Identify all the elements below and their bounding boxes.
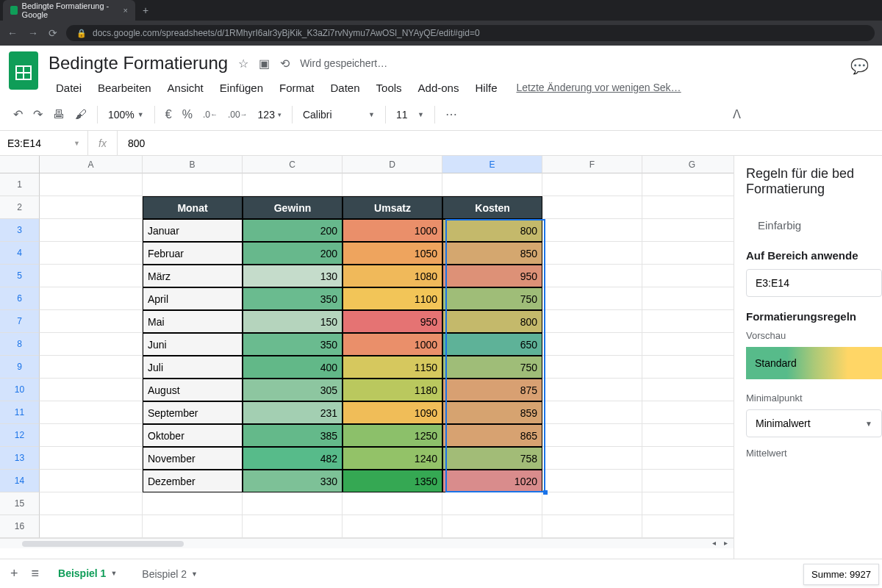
menu-addons[interactable]: Add-ons: [411, 79, 467, 97]
cell-F6[interactable]: [542, 287, 642, 310]
cell-D4[interactable]: 1050: [343, 242, 442, 265]
cell-F7[interactable]: [542, 310, 642, 333]
cell-A7[interactable]: [40, 310, 143, 333]
cell-C12[interactable]: 385: [243, 424, 343, 447]
cell-B14[interactable]: Dezember: [143, 470, 243, 492]
cell-A12[interactable]: [40, 424, 143, 447]
cell-A15[interactable]: [40, 492, 143, 515]
cell-E6[interactable]: 750: [442, 287, 542, 310]
cell-E12[interactable]: 865: [442, 424, 542, 447]
cell-D7[interactable]: 950: [343, 310, 442, 333]
cell-F14[interactable]: [542, 470, 642, 492]
cell-A3[interactable]: [40, 219, 143, 242]
cell-C16[interactable]: [243, 515, 343, 538]
row-head-9[interactable]: 9: [0, 356, 40, 379]
cell-F11[interactable]: [542, 401, 642, 424]
cell-E1[interactable]: [442, 173, 542, 196]
preview-gradient[interactable]: Standard: [746, 347, 882, 379]
row-head-5[interactable]: 5: [0, 265, 40, 287]
cell-B1[interactable]: [143, 173, 243, 196]
add-sheet-button[interactable]: +: [6, 562, 23, 586]
new-tab-button[interactable]: +: [143, 4, 148, 16]
cell-E13[interactable]: 758: [442, 447, 542, 470]
cell-D11[interactable]: 1090: [343, 401, 442, 424]
font-size-select[interactable]: 11▼: [392, 106, 429, 123]
address-bar[interactable]: 🔒 docs.google.com/spreadsheets/d/1RMhyrI…: [66, 25, 875, 41]
cell-F16[interactable]: [542, 515, 642, 538]
cell-B8[interactable]: Juni: [143, 333, 243, 356]
cell-E2[interactable]: Kosten: [442, 196, 542, 219]
doc-title[interactable]: Bedingte Formatierung: [49, 53, 228, 74]
cell-F1[interactable]: [542, 173, 642, 196]
row-head-6[interactable]: 6: [0, 287, 40, 310]
font-select[interactable]: Calibri▼: [298, 106, 379, 123]
cell-E14[interactable]: 1020: [442, 470, 542, 492]
cell-F13[interactable]: [542, 447, 642, 470]
cell-B2[interactable]: Monat: [143, 196, 243, 219]
cell-F2[interactable]: [542, 196, 642, 219]
star-icon[interactable]: ☆: [238, 57, 248, 71]
single-color-tab[interactable]: Einfarbig: [746, 212, 882, 239]
col-head-E[interactable]: E: [442, 156, 542, 173]
cell-A11[interactable]: [40, 401, 143, 424]
cell-D9[interactable]: 1150: [343, 356, 442, 379]
cell-A5[interactable]: [40, 265, 143, 287]
undo-icon[interactable]: ↶: [9, 104, 27, 124]
horizontal-scrollbar[interactable]: ◂ ▸: [0, 538, 734, 548]
cell-B7[interactable]: Mai: [143, 310, 243, 333]
cell-B5[interactable]: März: [143, 265, 243, 287]
cell-D10[interactable]: 1180: [343, 379, 442, 401]
cell-G3[interactable]: [642, 219, 734, 242]
status-sum[interactable]: Summe: 9927: [803, 564, 879, 585]
cell-A16[interactable]: [40, 515, 143, 538]
cell-D3[interactable]: 1000: [343, 219, 442, 242]
cell-E9[interactable]: 750: [442, 356, 542, 379]
reload-icon[interactable]: ⟳: [49, 27, 57, 39]
formula-input[interactable]: 800: [118, 137, 155, 149]
cell-D14[interactable]: 1350: [343, 470, 442, 492]
menu-datei[interactable]: Datei: [49, 79, 89, 97]
row-head-1[interactable]: 1: [0, 173, 40, 196]
sheets-logo[interactable]: [9, 51, 38, 90]
comments-icon[interactable]: 💬: [850, 50, 873, 98]
selection-handle[interactable]: [543, 490, 548, 495]
cell-C1[interactable]: [243, 173, 343, 196]
dec-more-button[interactable]: .00→: [223, 107, 252, 123]
cell-C2[interactable]: Gewinn: [243, 196, 343, 219]
cell-E11[interactable]: 859: [442, 401, 542, 424]
cell-D1[interactable]: [343, 173, 442, 196]
menu-bearbeiten[interactable]: Bearbeiten: [90, 79, 159, 97]
cell-A2[interactable]: [40, 196, 143, 219]
row-head-16[interactable]: 16: [0, 515, 40, 538]
row-head-13[interactable]: 13: [0, 447, 40, 470]
cell-C8[interactable]: 350: [243, 333, 343, 356]
col-head-B[interactable]: B: [143, 156, 243, 173]
cell-A14[interactable]: [40, 470, 143, 492]
cell-E4[interactable]: 850: [442, 242, 542, 265]
row-head-2[interactable]: 2: [0, 196, 40, 219]
cell-D16[interactable]: [343, 515, 442, 538]
cell-G11[interactable]: [642, 401, 734, 424]
cell-D12[interactable]: 1250: [343, 424, 442, 447]
col-head-A[interactable]: A: [40, 156, 143, 173]
currency-button[interactable]: €: [161, 105, 176, 124]
browser-tab[interactable]: Bedingte Formatierung - Google ×: [3, 0, 135, 21]
cell-F9[interactable]: [542, 356, 642, 379]
cell-C5[interactable]: 130: [243, 265, 343, 287]
cell-G16[interactable]: [642, 515, 734, 538]
cell-E10[interactable]: 875: [442, 379, 542, 401]
paint-format-icon[interactable]: 🖌: [71, 105, 91, 124]
row-head-11[interactable]: 11: [0, 401, 40, 424]
cell-F4[interactable]: [542, 242, 642, 265]
menu-format[interactable]: Format: [272, 79, 322, 97]
cell-A4[interactable]: [40, 242, 143, 265]
cell-A8[interactable]: [40, 333, 143, 356]
cell-C10[interactable]: 305: [243, 379, 343, 401]
menu-hilfe[interactable]: Hilfe: [467, 79, 504, 97]
row-head-3[interactable]: 3: [0, 219, 40, 242]
cell-E7[interactable]: 800: [442, 310, 542, 333]
menu-ansicht[interactable]: Ansicht: [160, 79, 211, 97]
cell-C7[interactable]: 150: [243, 310, 343, 333]
col-head-G[interactable]: G: [642, 156, 734, 173]
more-icon[interactable]: ⋯: [441, 104, 462, 124]
